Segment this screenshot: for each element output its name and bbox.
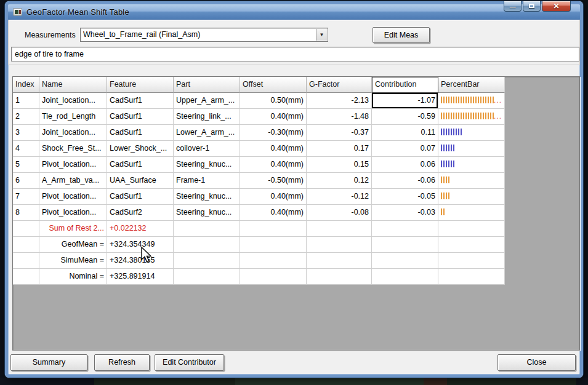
cell-contribution[interactable]: -1.07 [372,93,438,109]
cell-name[interactable]: Pivot_location... [39,205,107,221]
cell-index [13,269,39,285]
geofactor-dialog: GeoFactor Mean Shift Table — ✕ Measureme… [5,1,583,378]
cell-part[interactable]: coilover-1 [174,141,240,157]
cell-part[interactable]: Steering_knuc... [174,205,240,221]
desktop-background-strip [0,378,588,385]
column-header-feature[interactable]: Feature [107,77,174,93]
cell-index[interactable]: 1 [13,93,39,109]
cell-gfactor[interactable]: -0.12 [307,189,372,205]
dropdown-arrow-icon[interactable]: ▼ [316,29,327,41]
cell-name[interactable]: Pivot_location... [39,189,107,205]
cell-part[interactable]: Upper_A_arm_... [174,93,240,109]
cell-gfactor[interactable]: -0.08 [307,205,372,221]
cell-empty [174,253,240,269]
column-header-offset[interactable]: Offset [240,77,307,93]
percent-bar [441,177,449,183]
cell-contribution[interactable]: -0.05 [372,189,438,205]
cell-percentbar[interactable] [438,125,505,141]
cell-index [13,237,39,253]
cell-name[interactable]: Shock_Free_St... [39,141,107,157]
cell-feature[interactable]: Lower_Shock_... [107,141,174,157]
summary-row: SimuMean =+324.380155 [13,253,505,269]
title-bar[interactable]: GeoFactor Mean Shift Table [8,4,580,20]
cell-index[interactable]: 5 [13,157,39,173]
edit-contributor-button[interactable]: Edit Contributor [155,354,224,371]
cell-contribution[interactable]: -0.06 [372,173,438,189]
cell-contribution[interactable]: -0.03 [372,205,438,221]
cell-offset[interactable]: 0.40(mm) [240,205,307,221]
refresh-button[interactable]: Refresh [94,354,150,371]
measurement-description-field[interactable] [11,47,579,62]
cell-index[interactable]: 2 [13,109,39,125]
cell-offset[interactable]: 0.40(mm) [240,141,307,157]
minimize-button[interactable]: — [504,1,522,12]
maximize-button[interactable] [523,1,541,12]
cell-part[interactable]: Steering_knuc... [174,157,240,173]
cell-gfactor[interactable]: -1.48 [307,109,372,125]
cell-part[interactable]: Frame-1 [174,173,240,189]
cell-feature[interactable]: CadSurf1 [107,189,174,205]
cell-gfactor[interactable]: 0.12 [307,173,372,189]
summary-label: SimuMean = [39,253,107,269]
cell-offset[interactable]: -0.50(mm) [240,173,307,189]
cell-empty [307,221,372,237]
cell-name[interactable]: Tie_rod_Length [39,109,107,125]
cell-percentbar[interactable] [438,205,505,221]
cell-offset[interactable]: 0.40(mm) [240,109,307,125]
cell-feature[interactable]: CadSurf1 [107,93,174,109]
cell-feature[interactable]: CadSurf1 [107,125,174,141]
table-row: 8Pivot_location...CadSurf2Steering_knuc.… [13,205,505,221]
column-header-g-factor[interactable]: G-Factor [307,77,372,93]
cell-feature[interactable]: UAA_Surface [107,173,174,189]
percent-bar-truncation: ... [494,96,502,105]
cell-gfactor[interactable]: -0.37 [307,125,372,141]
cell-name[interactable]: Pivot_location... [39,157,107,173]
cell-empty [438,237,505,253]
close-icon: ✕ [553,2,559,10]
summary-button[interactable]: Summary [10,354,87,371]
cell-gfactor[interactable]: -2.13 [307,93,372,109]
cell-percentbar[interactable] [438,189,505,205]
cell-feature[interactable]: CadSurf1 [107,109,174,125]
cell-percentbar[interactable] [438,173,505,189]
cell-offset[interactable]: 0.50(mm) [240,93,307,109]
cell-part[interactable]: Steering_link_... [174,109,240,125]
column-header-name[interactable]: Name [39,77,107,93]
cell-offset[interactable]: 0.40(mm) [240,189,307,205]
cell-empty [240,237,307,253]
cell-part[interactable]: Lower_A_arm_... [174,125,240,141]
cell-gfactor[interactable]: 0.15 [307,157,372,173]
cell-contribution[interactable]: 0.11 [372,125,438,141]
cell-percentbar[interactable]: ... [438,93,505,109]
column-header-index[interactable]: Index [13,77,39,93]
cell-feature[interactable]: CadSurf2 [107,205,174,221]
cell-name[interactable]: Joint_location... [39,93,107,109]
cell-contribution[interactable]: 0.07 [372,141,438,157]
cell-gfactor[interactable]: 0.17 [307,141,372,157]
cell-index[interactable]: 3 [13,125,39,141]
mean-shift-grid[interactable]: IndexNameFeaturePartOffsetG-FactorContri… [12,76,580,351]
cell-empty [240,269,307,285]
cell-offset[interactable]: -0.30(mm) [240,125,307,141]
cell-contribution[interactable]: -0.59 [372,109,438,125]
cell-offset[interactable]: 0.40(mm) [240,157,307,173]
column-header-part[interactable]: Part [174,77,240,93]
column-header-percentbar[interactable]: PercentBar [438,77,505,93]
edit-meas-button[interactable]: Edit Meas [373,27,430,43]
cell-index[interactable]: 8 [13,205,39,221]
cell-index[interactable]: 6 [13,173,39,189]
measurements-dropdown[interactable]: Wheel_to_Frame_rail (Final_Asm) ▼ [80,28,328,42]
column-header-contribution[interactable]: Contribution [372,77,438,93]
cell-part[interactable]: Steering_knuc... [174,189,240,205]
close-button[interactable]: Close [497,354,576,371]
cell-feature[interactable]: CadSurf1 [107,157,174,173]
cell-percentbar[interactable] [438,141,505,157]
cell-index[interactable]: 4 [13,141,39,157]
cell-name[interactable]: Joint_location... [39,125,107,141]
cell-index[interactable]: 7 [13,189,39,205]
cell-name[interactable]: A_Arm_tab_va... [39,173,107,189]
cell-percentbar[interactable]: ... [438,109,505,125]
close-window-button[interactable]: ✕ [542,1,571,12]
cell-percentbar[interactable] [438,157,505,173]
cell-contribution[interactable]: 0.06 [372,157,438,173]
